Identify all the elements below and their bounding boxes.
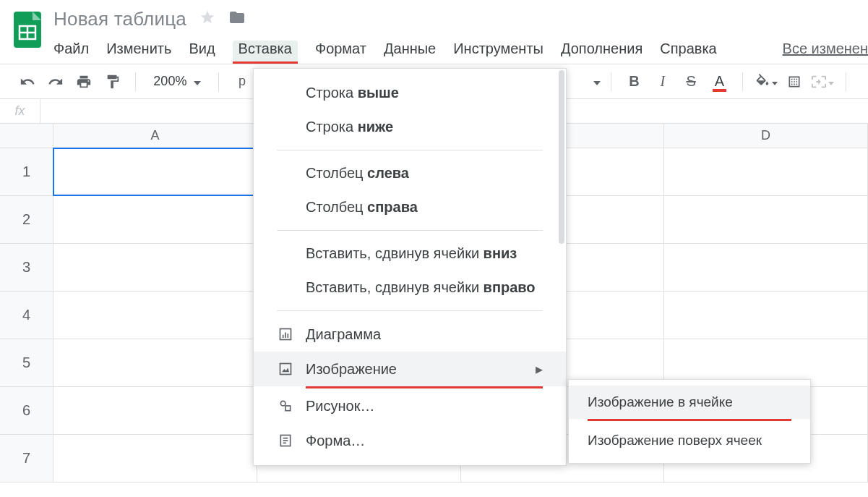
- cell-A7[interactable]: [53, 435, 257, 482]
- menu-row-below[interactable]: Строка ниже: [254, 110, 566, 144]
- col-header-D[interactable]: D: [664, 124, 868, 148]
- zoom-select[interactable]: 200%: [146, 74, 208, 89]
- row-header-2[interactable]: 2: [0, 196, 53, 243]
- cell-A2[interactable]: [53, 196, 257, 243]
- chart-icon: [277, 326, 294, 343]
- currency-format-button[interactable]: р: [229, 69, 254, 95]
- menu-view[interactable]: Вид: [189, 41, 215, 64]
- bold-button[interactable]: B: [622, 69, 647, 95]
- menu-help[interactable]: Справка: [660, 41, 716, 64]
- menu-chart[interactable]: Диаграмма: [254, 317, 566, 352]
- menu-cells-down[interactable]: Вставить, сдвинув ячейки вниз: [254, 237, 566, 271]
- paint-format-button[interactable]: [100, 69, 125, 95]
- cell-A6[interactable]: [53, 387, 257, 434]
- menu-divider: [277, 230, 543, 231]
- menu-file[interactable]: Файл: [53, 41, 89, 64]
- cell-A1[interactable]: [53, 148, 257, 195]
- image-icon: [277, 360, 294, 378]
- row-header-1[interactable]: 1: [0, 148, 53, 195]
- undo-button[interactable]: [14, 69, 40, 95]
- menu-drawing[interactable]: Рисунок…: [254, 388, 566, 423]
- menubar: Файл Изменить Вид Вставка Формат Данные …: [53, 41, 868, 64]
- dropdown-arrow-icon: [194, 74, 201, 89]
- redo-button[interactable]: [43, 69, 68, 95]
- row-header-4[interactable]: 4: [0, 292, 53, 339]
- annotation-underline: [588, 419, 791, 421]
- document-title[interactable]: Новая таблица: [53, 8, 186, 30]
- svg-rect-7: [288, 334, 289, 338]
- menu-edit[interactable]: Изменить: [106, 41, 171, 64]
- print-button[interactable]: [72, 69, 97, 95]
- drawing-icon: [277, 397, 294, 415]
- col-header-A[interactable]: A: [53, 124, 257, 148]
- borders-button[interactable]: [781, 69, 807, 95]
- menu-row-above[interactable]: Строка выше: [254, 76, 566, 110]
- cell-D1[interactable]: [664, 148, 868, 195]
- folder-icon[interactable]: [228, 9, 246, 29]
- row-header-3[interactable]: 3: [0, 244, 53, 291]
- dropdown-arrow-icon: [593, 75, 601, 88]
- svg-marker-9: [282, 368, 289, 372]
- submenu-image-over-cells[interactable]: Изображение поверх ячеек: [569, 424, 810, 457]
- svg-rect-5: [283, 335, 284, 338]
- menu-col-left[interactable]: Столбец слева: [254, 156, 566, 190]
- italic-button[interactable]: I: [650, 69, 675, 95]
- cell-D4[interactable]: [664, 292, 868, 339]
- svg-rect-11: [285, 406, 291, 411]
- svg-point-10: [280, 401, 285, 406]
- menu-addons[interactable]: Дополнения: [561, 41, 643, 64]
- menu-insert[interactable]: Вставка: [233, 41, 298, 64]
- insert-menu-dropdown: Строка выше Строка ниже Столбец слева Ст…: [253, 68, 567, 466]
- cell-D2[interactable]: [664, 196, 868, 243]
- star-icon[interactable]: [199, 9, 215, 28]
- menu-divider: [277, 310, 543, 311]
- app-header: Новая таблица Файл Изменить Вид Вставка …: [0, 0, 868, 64]
- row-header-5[interactable]: 5: [0, 339, 53, 386]
- svg-rect-6: [285, 333, 286, 339]
- select-all-corner[interactable]: [0, 124, 53, 148]
- menu-divider: [277, 150, 543, 150]
- menu-cells-right[interactable]: Вставить, сдвинув ячейки вправо: [254, 271, 566, 305]
- svg-rect-8: [280, 364, 291, 375]
- saved-status-link[interactable]: Все изменен: [783, 41, 868, 64]
- submenu-arrow-icon: ▸: [536, 360, 543, 378]
- cell-A5[interactable]: [53, 339, 257, 386]
- menu-data[interactable]: Данные: [384, 41, 436, 64]
- cell-D3[interactable]: [664, 244, 868, 291]
- row-header-6[interactable]: 6: [0, 387, 53, 434]
- merge-cells-button[interactable]: [810, 69, 835, 95]
- submenu-image-in-cell[interactable]: Изображение в ячейке: [569, 386, 810, 419]
- fill-color-button[interactable]: [753, 69, 778, 95]
- text-color-button[interactable]: A: [707, 69, 732, 95]
- menu-col-right[interactable]: Столбец справа: [254, 190, 566, 224]
- menu-tools[interactable]: Инструменты: [453, 41, 543, 64]
- image-submenu: Изображение в ячейке Изображение поверх …: [568, 379, 811, 464]
- row-header-7[interactable]: 7: [0, 435, 53, 482]
- menu-form[interactable]: Форма…: [254, 423, 566, 458]
- menu-format[interactable]: Формат: [315, 41, 366, 64]
- strikethrough-button[interactable]: S: [678, 69, 703, 95]
- sheets-logo[interactable]: [13, 10, 42, 49]
- zoom-value: 200%: [153, 74, 186, 89]
- cell-A3[interactable]: [53, 244, 257, 291]
- cell-A4[interactable]: [53, 292, 257, 339]
- form-icon: [277, 432, 294, 449]
- menu-image[interactable]: Изображение ▸: [254, 352, 566, 386]
- fx-label: fx: [0, 99, 40, 123]
